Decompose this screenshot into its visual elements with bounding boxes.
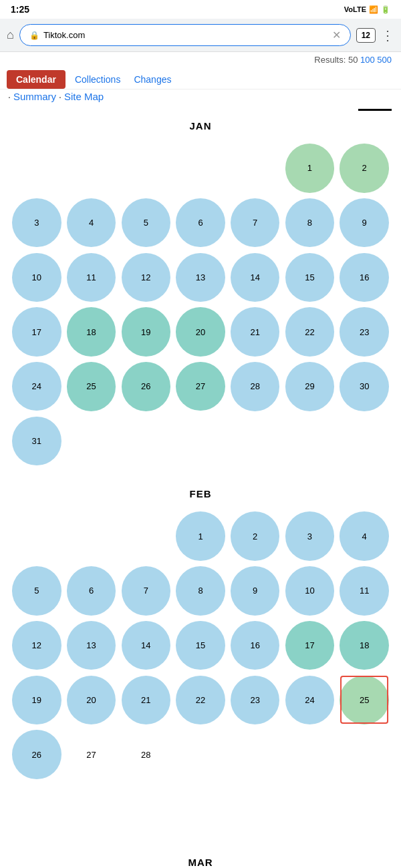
cal-day-empty bbox=[337, 414, 392, 469]
cal-day-7[interactable]: 7 bbox=[228, 196, 283, 250]
cal-day-15[interactable]: 15 bbox=[283, 250, 338, 304]
cal-day-3[interactable]: 3 bbox=[283, 509, 338, 564]
cal-day-empty bbox=[283, 727, 338, 782]
tab-count-button[interactable]: 12 bbox=[356, 28, 376, 43]
lock-icon: 🔒 bbox=[29, 31, 39, 40]
cal-day-2[interactable]: 2 bbox=[228, 509, 283, 564]
cal-day-7[interactable]: 7 bbox=[118, 564, 173, 618]
cal-day-empty bbox=[337, 727, 392, 782]
cal-day-28[interactable]: 28 bbox=[118, 727, 173, 782]
cal-day-empty bbox=[64, 141, 119, 196]
url-bar[interactable]: 🔒 Tiktok.com ✕ bbox=[19, 24, 351, 46]
cal-day-21[interactable]: 21 bbox=[228, 304, 283, 359]
cal-day-empty bbox=[228, 141, 283, 196]
cal-day-11[interactable]: 11 bbox=[337, 564, 392, 618]
cal-day-23[interactable]: 23 bbox=[337, 304, 392, 359]
cal-day-24[interactable]: 24 bbox=[283, 672, 338, 727]
cal-day-empty bbox=[9, 141, 64, 196]
cal-day-16[interactable]: 16 bbox=[228, 618, 283, 673]
cal-day-16[interactable]: 16 bbox=[337, 250, 392, 304]
results-bar: Results: 50 100 500 bbox=[0, 52, 401, 67]
results-500-link[interactable]: 500 bbox=[377, 55, 392, 65]
cal-day-11[interactable]: 11 bbox=[64, 250, 119, 304]
volte-icon: VoLTE bbox=[344, 5, 366, 13]
cal-day-17[interactable]: 17 bbox=[9, 304, 64, 359]
cal-day-2[interactable]: 2 bbox=[337, 141, 392, 196]
cal-day-1[interactable]: 1 bbox=[283, 141, 338, 196]
divider-line bbox=[358, 109, 392, 111]
cal-day-12[interactable]: 12 bbox=[118, 250, 173, 304]
cal-day-24[interactable]: 24 bbox=[9, 359, 64, 414]
cal-day-6[interactable]: 6 bbox=[64, 564, 119, 618]
time: 1:25 bbox=[11, 4, 29, 15]
cal-day-10[interactable]: 10 bbox=[283, 564, 338, 618]
url-text: Tiktok.com bbox=[43, 30, 328, 40]
cal-day-8[interactable]: 8 bbox=[283, 196, 338, 250]
cal-day-10[interactable]: 10 bbox=[9, 250, 64, 304]
cal-day-empty bbox=[64, 782, 119, 837]
cal-day-21[interactable]: 21 bbox=[118, 672, 173, 727]
cal-day-19[interactable]: 19 bbox=[118, 304, 173, 359]
results-100-link[interactable]: 100 bbox=[360, 55, 377, 65]
cal-day-26[interactable]: 26 bbox=[118, 359, 173, 414]
cal-day-31[interactable]: 31 bbox=[9, 414, 64, 469]
tab-calendar[interactable]: Calendar bbox=[7, 70, 65, 89]
cal-day-5[interactable]: 5 bbox=[9, 564, 64, 618]
home-button[interactable]: ⌂ bbox=[7, 28, 14, 42]
cal-day-empty bbox=[228, 414, 283, 469]
cal-day-18[interactable]: 18 bbox=[64, 304, 119, 359]
tab-collections[interactable]: Collections bbox=[68, 70, 127, 89]
cal-day-27[interactable]: 27 bbox=[64, 727, 119, 782]
cal-day-19[interactable]: 19 bbox=[9, 672, 64, 727]
cal-day-15[interactable]: 15 bbox=[173, 618, 228, 673]
cal-day-22[interactable]: 22 bbox=[173, 672, 228, 727]
cal-day-5[interactable]: 5 bbox=[118, 196, 173, 250]
tab-sitemap[interactable]: Site Map bbox=[64, 91, 104, 102]
cal-day-8[interactable]: 8 bbox=[173, 564, 228, 618]
nav-tabs-row1: Calendar Collections Changes bbox=[0, 67, 401, 89]
cal-day-20[interactable]: 20 bbox=[173, 304, 228, 359]
cal-day-3[interactable]: 3 bbox=[9, 196, 64, 250]
cal-day-14[interactable]: 14 bbox=[118, 618, 173, 673]
cal-day-26[interactable]: 26 bbox=[9, 727, 64, 782]
cal-day-14[interactable]: 14 bbox=[228, 250, 283, 304]
mar-title: MAR bbox=[9, 857, 392, 868]
tab-summary[interactable]: Summary bbox=[13, 91, 56, 102]
cal-day-20[interactable]: 20 bbox=[64, 672, 119, 727]
cal-day-25[interactable]: 25 bbox=[337, 672, 392, 727]
cal-day-30[interactable]: 30 bbox=[337, 359, 392, 414]
url-clear-button[interactable]: ✕ bbox=[332, 29, 341, 41]
cal-day-18[interactable]: 18 bbox=[337, 618, 392, 673]
cal-day-25[interactable]: 25 bbox=[64, 359, 119, 414]
nav-tabs-row2: · Summary · Site Map bbox=[0, 89, 401, 106]
signal-icon: 📶 bbox=[369, 5, 378, 14]
cal-day-12[interactable]: 12 bbox=[9, 618, 64, 673]
cal-day-9[interactable]: 9 bbox=[228, 564, 283, 618]
jan-grid: 1234567891011121314151617181920212223242… bbox=[9, 141, 392, 468]
cal-day-empty bbox=[64, 509, 119, 564]
cal-day-1[interactable]: 1 bbox=[173, 509, 228, 564]
cal-day-empty bbox=[118, 509, 173, 564]
cal-day-13[interactable]: 13 bbox=[173, 250, 228, 304]
cal-day-empty bbox=[9, 782, 64, 837]
calendar-feb: FEB 123456789101112131415161718192021222… bbox=[9, 488, 392, 836]
cal-day-empty bbox=[283, 414, 338, 469]
results-text: Results: 50 bbox=[314, 55, 360, 65]
cal-day-6[interactable]: 6 bbox=[173, 196, 228, 250]
cal-day-29[interactable]: 29 bbox=[283, 359, 338, 414]
cal-day-empty bbox=[64, 414, 119, 469]
cal-day-17[interactable]: 17 bbox=[283, 618, 338, 673]
cal-day-27[interactable]: 27 bbox=[173, 359, 228, 414]
cal-day-4[interactable]: 4 bbox=[64, 196, 119, 250]
cal-day-empty bbox=[9, 509, 64, 564]
cal-day-23[interactable]: 23 bbox=[228, 672, 283, 727]
cal-day-28[interactable]: 28 bbox=[228, 359, 283, 414]
status-bar: 1:25 VoLTE 📶 🔋 bbox=[0, 0, 401, 19]
tab-changes[interactable]: Changes bbox=[127, 70, 178, 89]
cal-day-13[interactable]: 13 bbox=[64, 618, 119, 673]
cal-day-9[interactable]: 9 bbox=[337, 196, 392, 250]
cal-day-4[interactable]: 4 bbox=[337, 509, 392, 564]
browser-menu-button[interactable]: ⋮ bbox=[381, 27, 394, 43]
cal-day-22[interactable]: 22 bbox=[283, 304, 338, 359]
cal-day-empty bbox=[228, 727, 283, 782]
